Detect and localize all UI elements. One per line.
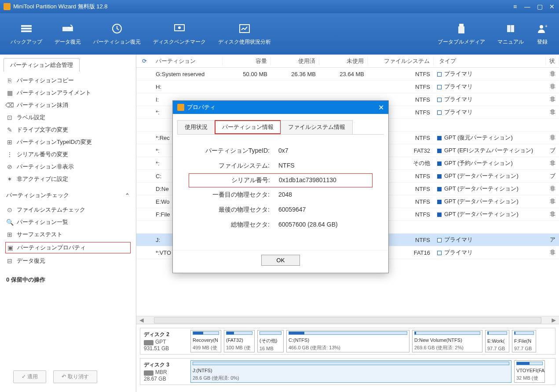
dialog-tab[interactable]: 使用状況 bbox=[177, 120, 215, 134]
dialog-tab[interactable]: パーティション情報 bbox=[215, 120, 281, 134]
sidebar-check-header[interactable]: パーティションチェック ⌃ bbox=[0, 188, 136, 201]
toolbar-label: ディスク使用状況分析 bbox=[218, 38, 271, 46]
sidebar-check-item[interactable]: ▣パーティションプロパティ bbox=[5, 242, 131, 253]
op-icon: ⎘ bbox=[6, 77, 13, 84]
svg-rect-8 bbox=[459, 24, 464, 26]
minimize-icon[interactable]: — bbox=[524, 3, 531, 10]
main-toolbar: バックアップ データ復元 パーティション復元 ディスクベンチマーク ディスク使用… bbox=[0, 13, 559, 55]
toolbar-backup[interactable]: バックアップ bbox=[4, 19, 48, 49]
th-unused[interactable]: 未使用 bbox=[319, 57, 368, 65]
dialog-tabs: 使用状況パーティション情報ファイルシステム情報 bbox=[177, 120, 384, 135]
disk-label: ディスク 3 MBR 28.67 GB bbox=[142, 360, 188, 383]
sidebar-op-item[interactable]: ▦パーティションアライメント bbox=[0, 87, 136, 99]
properties-dialog: プロパティ ✕ 使用状況パーティション情報ファイルシステム情報 パーティションT… bbox=[172, 100, 389, 273]
partition-box[interactable]: D:New Volume(NTFS)269.6 GB (使用済: 2%) bbox=[412, 330, 482, 352]
ok-button[interactable]: OK bbox=[261, 255, 300, 266]
op-icon: ▦ bbox=[6, 89, 13, 96]
toolbar-benchmark[interactable]: ディスクベンチマーク bbox=[147, 19, 212, 49]
partition-box[interactable]: J:(NTFS)28.6 GB (使用済: 0%) bbox=[190, 360, 512, 383]
refresh-icon[interactable]: ⟳ bbox=[136, 58, 152, 64]
sidebar-op-item[interactable]: ⎘パーティションコピー bbox=[0, 74, 136, 87]
sidebar-item-label: パーティションコピー bbox=[17, 77, 74, 84]
property-table: パーティションTypeID: 0x7ファイルシステム: NTFSシリアル番号: … bbox=[177, 135, 384, 245]
undo-button[interactable]: ↶ 取り消す bbox=[53, 370, 97, 383]
partition-box[interactable]: C:(NTFS)466.0 GB (使用済: 13%) bbox=[286, 330, 409, 352]
sidebar-check-item[interactable]: 🔍パーティション一覧 bbox=[0, 216, 136, 228]
disk-icon bbox=[144, 370, 153, 376]
toolbar-manual[interactable]: マニュアル bbox=[491, 19, 530, 49]
dialog-tab[interactable]: ファイルシステム情報 bbox=[281, 120, 353, 134]
table-row[interactable]: H: NTFS プライマリ 非 bbox=[136, 81, 559, 93]
sidebar-op-item[interactable]: ⊡ラベル設定 bbox=[0, 111, 136, 124]
sidebar-op-item[interactable]: ✎ドライブ文字の変更 bbox=[0, 124, 136, 136]
disk-map: ディスク 2 GPT 931.51 GB Recovery(N499 MB (使… bbox=[136, 324, 559, 392]
property-label: シリアル番号: bbox=[191, 176, 279, 184]
sidebar-op-item[interactable]: ✶非アクティブに設定 bbox=[0, 173, 136, 185]
partition-box[interactable]: F:File(N97.7 GB bbox=[512, 330, 536, 352]
th-filesystem[interactable]: ファイルシステム bbox=[368, 57, 434, 65]
dialog-close-icon[interactable]: ✕ bbox=[378, 103, 384, 112]
check-icon: ⊞ bbox=[6, 231, 13, 238]
sidebar-op-item[interactable]: ⊞パーティションTypeIDの変更 bbox=[0, 136, 136, 148]
table-row[interactable]: G:System reserved 50.00 MB 26.36 MB 23.6… bbox=[136, 68, 559, 81]
horizontal-scrollbar[interactable]: ◄► bbox=[136, 316, 559, 324]
sidebar-item-label: パーティション非表示 bbox=[17, 163, 74, 171]
partition-box[interactable]: VTOYEFI(FA32 MB (使 bbox=[514, 360, 545, 383]
toolbar-label: データ復元 bbox=[55, 38, 81, 46]
toolbar-register[interactable]: + 登録 bbox=[530, 19, 555, 49]
property-label: 最後の物理セクタ: bbox=[190, 206, 278, 214]
th-used[interactable]: 使用済 bbox=[271, 57, 319, 65]
clock-back-icon bbox=[111, 22, 123, 35]
property-value: 0x7 bbox=[278, 147, 371, 155]
disk-icon bbox=[144, 340, 153, 345]
sidebar-check-item[interactable]: ⊙ファイルシステムチェック bbox=[0, 204, 136, 216]
th-capacity[interactable]: 容量 bbox=[223, 57, 271, 65]
sidebar-op-item[interactable]: ⊘パーティション非表示 bbox=[0, 161, 136, 173]
toolbar-data-recovery[interactable]: データ復元 bbox=[48, 19, 87, 49]
svg-rect-2 bbox=[21, 30, 32, 32]
check-icon: ⊟ bbox=[6, 257, 13, 264]
property-value: 60057600 (28.64 GB) bbox=[278, 221, 371, 229]
check-icon: 🔍 bbox=[6, 219, 13, 226]
partition-box[interactable]: E:Work(97.7 GB bbox=[485, 330, 509, 352]
usb-icon bbox=[455, 22, 468, 35]
op-icon: ⊞ bbox=[6, 139, 13, 146]
toolbar-disk-usage[interactable]: ディスク使用状況分析 bbox=[212, 19, 277, 49]
menu-icon[interactable]: ≡ bbox=[512, 3, 519, 10]
partition-box[interactable]: (その他)16 MB bbox=[257, 330, 284, 352]
toolbar-partition-recovery[interactable]: パーティション復元 bbox=[87, 19, 147, 49]
apply-button[interactable]: ✓ 適用 bbox=[13, 370, 46, 383]
user-plus-icon: + bbox=[536, 22, 548, 35]
sidebar-item-label: パーティションTypeIDの変更 bbox=[17, 138, 92, 146]
chart-icon bbox=[238, 22, 251, 35]
maximize-icon[interactable]: ▢ bbox=[536, 3, 543, 10]
sidebar-op-item[interactable]: ⌫パーティション抹消 bbox=[0, 99, 136, 111]
sidebar-item-label: パーティション抹消 bbox=[17, 101, 68, 109]
svg-text:+: + bbox=[545, 24, 548, 29]
window-title: MiniTool Partition Wizard 無料版 12.8 bbox=[13, 3, 512, 11]
sidebar-tab[interactable]: パーティション総合管理 bbox=[4, 58, 80, 72]
sidebar-item-label: パーティション一覧 bbox=[17, 218, 68, 226]
titlebar: MiniTool Partition Wizard 無料版 12.8 ≡ — ▢… bbox=[0, 0, 559, 13]
toolbar-label: パーティション復元 bbox=[93, 38, 141, 46]
sidebar-item-label: ラベル設定 bbox=[17, 114, 45, 121]
sidebar-check-item[interactable]: ⊟データ復元 bbox=[0, 255, 136, 267]
sidebar-op-item[interactable]: ⋮シリアル番号の変更 bbox=[0, 148, 136, 161]
sidebar-check-item[interactable]: ⊞サーフェステスト bbox=[0, 228, 136, 241]
disk-stack-icon bbox=[20, 22, 33, 35]
partition-box[interactable]: Recovery(N499 MB (使 bbox=[190, 330, 221, 352]
th-partition[interactable]: パーティション bbox=[152, 57, 223, 65]
close-icon[interactable]: ✕ bbox=[548, 3, 555, 10]
property-row: シリアル番号: 0x1db1ac739801130 bbox=[189, 173, 373, 187]
th-status[interactable]: 状 bbox=[546, 57, 559, 65]
property-row: 最後の物理セクタ: 60059647 bbox=[190, 202, 371, 217]
th-type[interactable]: タイプ bbox=[434, 57, 546, 65]
dialog-titlebar: プロパティ ✕ bbox=[173, 101, 388, 114]
svg-point-6 bbox=[178, 26, 181, 29]
property-value: 2048 bbox=[278, 191, 371, 199]
op-icon: ✶ bbox=[6, 176, 13, 183]
partition-box[interactable]: (FAT32)100 MB (使 bbox=[224, 330, 255, 352]
toolbar-bootable-media[interactable]: ブータブルメディア bbox=[431, 19, 491, 49]
op-icon: ✎ bbox=[6, 126, 13, 133]
toolbar-label: バックアップ bbox=[11, 38, 42, 46]
